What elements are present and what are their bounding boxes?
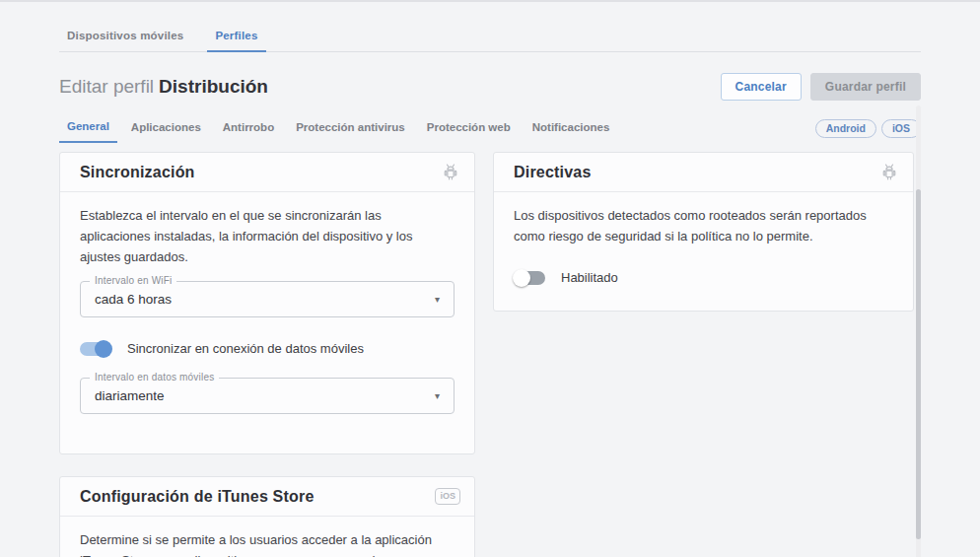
directivas-enabled-toggle-label: Habilitado — [561, 270, 618, 285]
directivas-enabled-toggle[interactable] — [514, 271, 545, 285]
cards-area: Sincronización Establezca el intervalo e… — [59, 152, 914, 557]
mobile-interval-select[interactable]: Intervalo en datos móviles diariamente ▾ — [80, 378, 455, 414]
card-directivas: Directivas Los dispositivos detectados c… — [493, 152, 914, 312]
mobile-sync-toggle-row: Sincronizar en conexión de datos móviles — [80, 341, 455, 356]
right-column: Directivas Los dispositivos detectados c… — [493, 152, 914, 312]
card-itunes-header: Configuración de iTunes Store iOS — [60, 477, 474, 517]
android-filter-pill[interactable]: Android — [815, 119, 876, 138]
tab-general[interactable]: General — [59, 114, 117, 143]
page-title-prefix: Editar perfil — [59, 76, 154, 97]
ios-filter-pill[interactable]: iOS — [881, 119, 921, 138]
spacer — [80, 414, 455, 434]
tab-perfiles[interactable]: Perfiles — [207, 22, 265, 52]
tab-proteccion-antivirus[interactable]: Protección antivirus — [288, 115, 413, 142]
card-directivas-header: Directivas — [494, 153, 913, 192]
mobile-sync-toggle[interactable] — [80, 342, 111, 356]
tab-dispositivos-moviles[interactable]: Dispositivos móviles — [59, 22, 191, 51]
chevron-down-icon: ▾ — [435, 390, 440, 401]
toggle-knob — [513, 269, 530, 287]
vertical-scrollbar-track[interactable] — [916, 105, 921, 557]
toggle-knob — [95, 340, 112, 358]
header-actions: Cancelar Guardar perfil — [721, 73, 921, 101]
tab-notificaciones[interactable]: Notificaciones — [525, 115, 618, 142]
itunes-description: Determine si se permite a los usuarios a… — [80, 529, 455, 557]
card-directivas-title: Directivas — [514, 164, 592, 181]
mobile-sync-toggle-label: Sincronizar en conexión de datos móviles — [127, 341, 364, 356]
cancel-button[interactable]: Cancelar — [721, 73, 802, 101]
left-column: Sincronización Establezca el intervalo e… — [59, 152, 475, 557]
main-tabbar: Dispositivos móviles Perfiles — [59, 2, 921, 52]
wifi-interval-label: Intervalo en WiFi — [90, 275, 176, 286]
tab-proteccion-web[interactable]: Protección web — [419, 115, 519, 142]
platform-filters: Android iOS — [815, 119, 921, 138]
card-itunes-store: Configuración de iTunes Store iOS Determ… — [59, 476, 475, 557]
android-icon — [879, 163, 899, 182]
card-directivas-body: Los dispositivos detectados como rootead… — [494, 192, 913, 311]
page-title: Editar perfilDistribución — [59, 76, 268, 98]
profile-section-tabbar: General Aplicaciones Antirrobo Protecció… — [59, 114, 921, 143]
save-profile-button[interactable]: Guardar perfil — [810, 73, 921, 101]
directivas-enabled-toggle-row: Habilitado — [514, 270, 893, 285]
mobile-interval-value: diariamente — [95, 388, 165, 403]
card-sincronizacion-body: Establezca el intervalo en el que se sin… — [60, 192, 474, 453]
wifi-interval-select[interactable]: Intervalo en WiFi cada 6 horas ▾ — [80, 281, 455, 317]
page-header: Editar perfilDistribución Cancelar Guard… — [59, 73, 921, 101]
chevron-down-icon: ▾ — [435, 294, 440, 305]
card-sincronizacion-header: Sincronización — [60, 153, 474, 192]
ios-badge-icon: iOS — [435, 488, 460, 505]
spacer — [514, 285, 893, 291]
vertical-scrollbar-thumb[interactable] — [916, 189, 921, 539]
tab-antirrobo[interactable]: Antirrobo — [215, 115, 282, 142]
card-sincronizacion-title: Sincronización — [80, 164, 195, 181]
card-sincronizacion: Sincronización Establezca el intervalo e… — [59, 152, 475, 454]
android-icon — [441, 163, 460, 182]
profile-name: Distribución — [159, 76, 268, 97]
mobile-interval-label: Intervalo en datos móviles — [90, 372, 219, 383]
directivas-description: Los dispositivos detectados como rootead… — [514, 205, 893, 246]
sincronizacion-description: Establezca el intervalo en el que se sin… — [80, 205, 455, 267]
wifi-interval-value: cada 6 horas — [95, 292, 172, 307]
card-itunes-body: Determine si se permite a los usuarios a… — [60, 517, 474, 557]
card-itunes-title: Configuración de iTunes Store — [80, 488, 315, 506]
tab-aplicaciones[interactable]: Aplicaciones — [123, 115, 209, 142]
